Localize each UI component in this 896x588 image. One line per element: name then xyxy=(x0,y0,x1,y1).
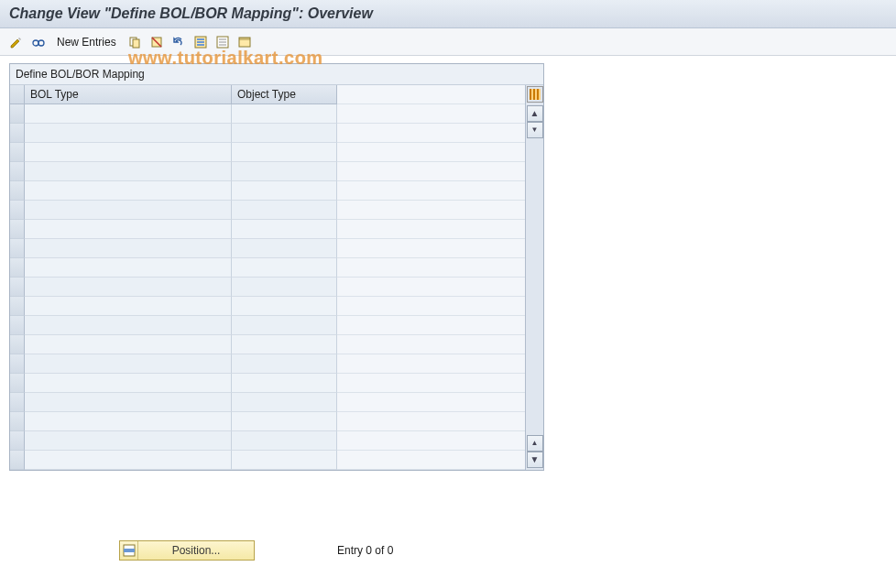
row-selector[interactable] xyxy=(10,374,25,393)
row-selector[interactable] xyxy=(10,335,25,354)
row-selector[interactable] xyxy=(10,239,25,258)
row-selector[interactable] xyxy=(10,143,25,162)
page-title: Change View "Define BOL/BOR Mapping": Ov… xyxy=(9,5,887,22)
frame-title: Define BOL/BOR Mapping xyxy=(10,64,543,85)
col-header-object-type[interactable]: Object Type xyxy=(232,85,337,104)
row-selector[interactable] xyxy=(10,354,25,374)
row-selector[interactable] xyxy=(10,316,25,335)
entry-status: Entry 0 of 0 xyxy=(337,544,393,557)
bol-type-cell[interactable] xyxy=(25,124,232,143)
position-button[interactable]: Position... xyxy=(119,540,255,561)
object-type-cell[interactable] xyxy=(232,104,337,124)
table-row xyxy=(10,278,525,297)
scroll-bottom-button[interactable]: ▼ xyxy=(527,452,543,468)
grid-header: BOL Type Object Type xyxy=(10,85,525,104)
object-type-cell[interactable] xyxy=(232,374,337,393)
row-selector[interactable] xyxy=(10,124,25,143)
bol-type-cell[interactable] xyxy=(25,374,232,393)
row-filler xyxy=(337,431,525,451)
scroll-top-button[interactable]: ▲ xyxy=(527,105,543,122)
table-row xyxy=(10,201,525,220)
scroll-up-button[interactable]: ▼ xyxy=(527,122,543,138)
row-filler xyxy=(337,354,525,374)
undo-button[interactable] xyxy=(169,33,188,51)
bol-type-cell[interactable] xyxy=(25,297,232,316)
object-type-cell[interactable] xyxy=(232,393,337,412)
bol-type-cell[interactable] xyxy=(25,278,232,297)
object-type-cell[interactable] xyxy=(232,258,337,278)
bol-type-cell[interactable] xyxy=(25,451,232,470)
row-selector[interactable] xyxy=(10,220,25,239)
object-type-cell[interactable] xyxy=(232,201,337,220)
object-type-cell[interactable] xyxy=(232,431,337,451)
col-header-bol-type[interactable]: BOL Type xyxy=(25,85,232,104)
row-filler xyxy=(337,181,525,201)
header-filler xyxy=(337,85,525,104)
object-type-cell[interactable] xyxy=(232,162,337,181)
bol-type-cell[interactable] xyxy=(25,412,232,431)
bol-type-cell[interactable] xyxy=(25,431,232,451)
bol-type-cell[interactable] xyxy=(25,104,232,124)
row-selector[interactable] xyxy=(10,431,25,451)
row-filler xyxy=(337,412,525,431)
pencil-glasses-icon xyxy=(9,35,24,49)
row-selector[interactable] xyxy=(10,162,25,181)
object-type-cell[interactable] xyxy=(232,181,337,201)
object-type-cell[interactable] xyxy=(232,278,337,297)
row-selector[interactable] xyxy=(10,104,25,124)
object-type-cell[interactable] xyxy=(232,239,337,258)
bol-type-cell[interactable] xyxy=(25,220,232,239)
row-filler xyxy=(337,201,525,220)
bol-type-cell[interactable] xyxy=(25,354,232,374)
bol-type-cell[interactable] xyxy=(25,162,232,181)
object-type-cell[interactable] xyxy=(232,143,337,162)
row-selector[interactable] xyxy=(10,412,25,431)
table-row xyxy=(10,104,525,124)
object-type-cell[interactable] xyxy=(232,220,337,239)
row-filler xyxy=(337,162,525,181)
scroll-down-button[interactable]: ▲ xyxy=(527,435,543,452)
object-type-cell[interactable] xyxy=(232,316,337,335)
bol-type-cell[interactable] xyxy=(25,335,232,354)
table-frame: Define BOL/BOR Mapping BOL Type Object T… xyxy=(9,63,544,471)
object-type-cell[interactable] xyxy=(232,354,337,374)
bol-type-cell[interactable] xyxy=(25,258,232,278)
object-type-cell[interactable] xyxy=(232,124,337,143)
new-entries-button[interactable]: New Entries xyxy=(51,34,122,50)
table-row xyxy=(10,316,525,335)
toggle-change-button[interactable] xyxy=(7,33,26,51)
bol-type-cell[interactable] xyxy=(25,316,232,335)
table-row xyxy=(10,451,525,470)
object-type-cell[interactable] xyxy=(232,297,337,316)
deselect-all-button[interactable] xyxy=(213,33,232,51)
row-selector[interactable] xyxy=(10,258,25,278)
table-row xyxy=(10,162,525,181)
delete-button[interactable] xyxy=(148,33,166,51)
svg-rect-16 xyxy=(124,549,135,552)
row-selector[interactable] xyxy=(10,201,25,220)
bol-type-cell[interactable] xyxy=(25,181,232,201)
other-view-button[interactable] xyxy=(29,33,48,51)
bol-type-cell[interactable] xyxy=(25,201,232,220)
print-button[interactable] xyxy=(235,33,254,51)
row-filler xyxy=(337,239,525,258)
object-type-cell[interactable] xyxy=(232,335,337,354)
svg-rect-11 xyxy=(219,41,226,43)
row-selector[interactable] xyxy=(10,393,25,412)
bol-type-cell[interactable] xyxy=(25,143,232,162)
bol-type-cell[interactable] xyxy=(25,239,232,258)
row-filler xyxy=(337,335,525,354)
copy-button[interactable] xyxy=(126,33,144,51)
bol-type-cell[interactable] xyxy=(25,393,232,412)
select-all-button[interactable] xyxy=(191,33,210,51)
row-selector[interactable] xyxy=(10,297,25,316)
row-selector[interactable] xyxy=(10,451,25,470)
svg-point-0 xyxy=(33,40,38,46)
table-row xyxy=(10,431,525,451)
select-all-rows[interactable] xyxy=(10,85,25,104)
row-selector[interactable] xyxy=(10,181,25,201)
row-selector[interactable] xyxy=(10,278,25,297)
configure-columns-button[interactable] xyxy=(527,86,543,103)
object-type-cell[interactable] xyxy=(232,451,337,470)
object-type-cell[interactable] xyxy=(232,412,337,431)
